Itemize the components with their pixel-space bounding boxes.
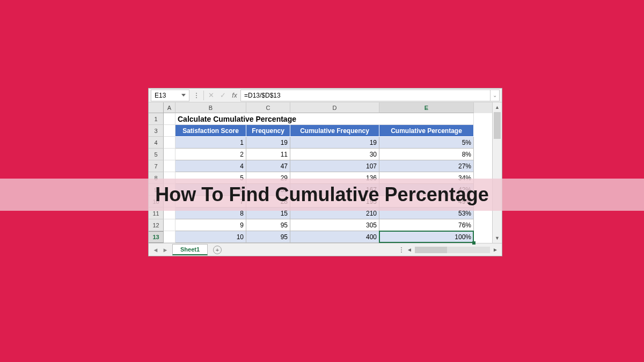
title-cell[interactable]: Calculate Cumulative Percentage [175, 113, 474, 125]
col-header-e[interactable]: E [379, 102, 474, 113]
header-cell-e[interactable]: Cumulative Percentage [379, 125, 474, 137]
x-icon: ✕ [208, 91, 214, 99]
chevron-down-icon: ⌄ [493, 92, 497, 98]
insert-function-button[interactable]: fx [229, 90, 240, 101]
col-header-d[interactable]: D [290, 102, 379, 113]
data-row: 44710727% [164, 160, 492, 172]
scroll-up-icon[interactable]: ▲ [493, 102, 502, 112]
grid-area: 1 3 4 5 7 8 9 10 11 12 13 A B C D E Calc… [149, 102, 502, 243]
cell-b[interactable]: 2 [175, 149, 246, 160]
cell-c[interactable]: 47 [246, 160, 290, 172]
formula-input[interactable]: =D13/$D$13 [240, 90, 490, 101]
data-row: Satisfaction Score Frequency Cumulative … [164, 125, 492, 137]
sheet-tab[interactable]: Sheet1 [172, 244, 208, 255]
select-all-corner[interactable] [149, 102, 164, 113]
name-box-value: E13 [155, 92, 166, 99]
data-row: 211308% [164, 149, 492, 160]
row-header-12[interactable]: 12 [149, 219, 164, 231]
cell-d[interactable]: 19 [290, 137, 379, 149]
header-cell-d[interactable]: Cumulative Frequency [290, 125, 379, 137]
tab-prev-icon[interactable]: ◄ [151, 247, 160, 253]
cell-b[interactable]: 10 [175, 231, 246, 243]
name-box[interactable]: E13 [151, 90, 189, 101]
enter-formula-button[interactable]: ✓ [217, 90, 229, 101]
header-cell-b[interactable]: Satisfaction Score [175, 125, 246, 137]
cell-d[interactable]: 107 [290, 160, 379, 172]
row-header-5[interactable]: 5 [149, 149, 164, 160]
vertical-scrollbar[interactable]: ▲ ▼ [492, 102, 502, 243]
cell[interactable] [164, 231, 175, 243]
cell-c[interactable]: 11 [246, 149, 290, 160]
cell[interactable] [164, 149, 175, 160]
cell-c[interactable]: 19 [246, 137, 290, 149]
cell[interactable] [164, 137, 175, 149]
data-row: Calculate Cumulative Percentage [164, 113, 492, 125]
add-sheet-button[interactable]: + [213, 246, 222, 254]
cell-c[interactable]: 95 [246, 231, 290, 243]
sheet-tabs: ◄ ► Sheet1 + ◄ ► [149, 243, 502, 256]
fx-icon: fx [232, 92, 237, 99]
cancel-formula-button[interactable]: ✕ [205, 90, 217, 101]
scroll-right-icon[interactable]: ► [491, 247, 500, 253]
data-row: 1095400100% [164, 231, 492, 243]
row-header-1[interactable]: 1 [149, 113, 164, 125]
formula-bar: E13 ✕ ✓ fx =D13/$D$13 ⌄ [149, 88, 502, 102]
cell-b[interactable]: 4 [175, 160, 246, 172]
row-header-13[interactable]: 13 [149, 231, 164, 243]
col-header-a[interactable]: A [164, 102, 175, 113]
cell-e[interactable]: 76% [379, 219, 474, 231]
cell-e[interactable]: 8% [379, 149, 474, 160]
overlay-banner: How To Find Cumulative Percentage [0, 179, 644, 211]
cell-e[interactable]: 5% [379, 137, 474, 149]
row-header-4[interactable]: 4 [149, 137, 164, 149]
divider [203, 91, 204, 100]
cells-region: A B C D E Calculate Cumulative Percentag… [164, 102, 492, 243]
row-header-3[interactable]: 3 [149, 125, 164, 137]
tab-next-icon[interactable]: ► [160, 247, 170, 253]
row-headers: 1 3 4 5 7 8 9 10 11 12 13 [149, 102, 164, 243]
dots-icon [191, 90, 202, 101]
formula-value: =D13/$D$13 [244, 92, 281, 99]
column-headers: A B C D E [164, 102, 492, 113]
fill-handle[interactable] [472, 241, 475, 245]
scroll-thumb[interactable] [494, 112, 501, 139]
expand-formula-button[interactable]: ⌄ [490, 90, 500, 101]
dots-icon [401, 247, 402, 253]
cell[interactable] [164, 219, 175, 231]
cell-d[interactable]: 305 [290, 219, 379, 231]
cell-d[interactable]: 400 [290, 231, 379, 243]
row-header-7[interactable]: 7 [149, 160, 164, 172]
scroll-down-icon[interactable]: ▼ [493, 233, 502, 243]
header-cell-c[interactable]: Frequency [246, 125, 290, 137]
col-header-b[interactable]: B [175, 102, 246, 113]
cell-e[interactable]: 100% [379, 231, 474, 243]
overlay-title: How To Find Cumulative Percentage [155, 183, 488, 206]
data-row: 119195% [164, 137, 492, 149]
cell[interactable] [164, 125, 175, 137]
cell[interactable] [164, 160, 175, 172]
scroll-track[interactable] [415, 247, 490, 253]
cell-d[interactable]: 30 [290, 149, 379, 160]
check-icon: ✓ [220, 91, 226, 99]
data-row: 99530576% [164, 219, 492, 231]
chevron-down-icon[interactable] [181, 94, 186, 97]
cell-b[interactable]: 9 [175, 219, 246, 231]
excel-window: E13 ✕ ✓ fx =D13/$D$13 ⌄ 1 3 4 5 7 8 9 10… [148, 88, 502, 256]
cell-e[interactable]: 27% [379, 160, 474, 172]
cell-b[interactable]: 1 [175, 137, 246, 149]
col-header-c[interactable]: C [246, 102, 290, 113]
scroll-left-icon[interactable]: ◄ [405, 247, 414, 253]
horizontal-scrollbar[interactable]: ◄ ► [401, 247, 500, 253]
cell[interactable] [164, 113, 175, 125]
cell-c[interactable]: 95 [246, 219, 290, 231]
plus-icon: + [216, 247, 219, 253]
scroll-thumb[interactable] [415, 247, 447, 253]
scroll-track[interactable] [493, 112, 502, 233]
